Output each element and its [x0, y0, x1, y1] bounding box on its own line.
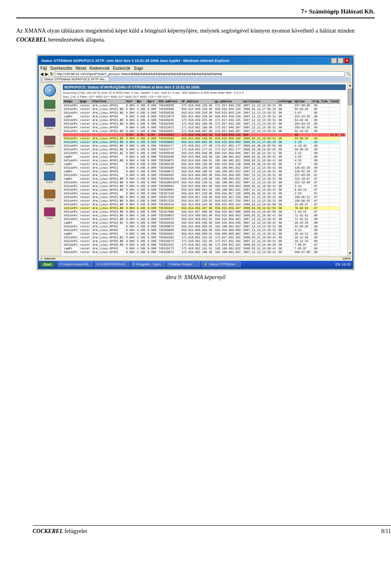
table-row[interactable]: iamPxrouterArm_Linux.KP4250.0044.1050.06… — [63, 170, 346, 173]
table-cell: 08 — [277, 236, 293, 239]
table-cell: 1-03:53 — [294, 210, 312, 214]
table-cell: 08 — [277, 107, 293, 111]
sidebar-icon-4[interactable]: Nyomtat — [42, 154, 58, 168]
table-cell: 192.180.001.022 — [214, 225, 242, 228]
table-row[interactable]: G4IsdnPxrouterArm_Linux.KP4250.0044.1050… — [63, 228, 346, 232]
table-cell: 0.060 — [147, 214, 158, 217]
table-cell: 0.060 — [147, 111, 158, 115]
table-row[interactable]: G4IsdnPxrouterArm_Linux.KP4250.0044.1050… — [63, 126, 346, 129]
table-row[interactable]: G4IsdnPxrouterArm_Linux.KP421-B00.0044.1… — [63, 206, 346, 210]
table-row[interactable]: G4IsdnPxrouterArm_Linux.KP4250.0044.1050… — [63, 250, 346, 254]
tab-item[interactable]: Status OTPDMnet NOPKPOCS XFTP Mo... — [42, 77, 109, 81]
table-cell: 735360130 — [158, 162, 181, 166]
table-row[interactable]: G4IsdnPxrouterArm_Linux.KP421-B00.0044.1… — [63, 122, 346, 126]
table-cell: 2006_03_31_16:56:41 — [242, 155, 278, 159]
refresh-button[interactable]: ↻ — [50, 72, 53, 76]
table-row[interactable]: G4IsdnPxrouterArm_Linux.KP421-B00.0024.1… — [63, 129, 346, 133]
table-row[interactable]: G4IsdnPxrouterArm_Linux.KP421-B00.0044.1… — [63, 184, 346, 188]
table-cell: 0.060 — [147, 188, 158, 192]
table-cell: 4.105 — [136, 122, 147, 126]
table-row[interactable]: G4IsdnPxrouterArm_Linux.KP421-B00.0044.1… — [63, 210, 346, 214]
table-row[interactable]: G4IsdnPxrouterArm_Linux.KP421-B00.0044.1… — [63, 188, 346, 192]
table-row[interactable]: G4IsdnPxrouterArm_Linux.KP421-B00.0044.1… — [63, 181, 346, 184]
table-row[interactable]: G4IsdnPxrouterArm_Linux.KP421-B00.0044.1… — [63, 159, 346, 162]
table-row[interactable]: G4IsdnPxrouterArm_Linux.KP421-B00.0044.1… — [63, 137, 346, 140]
menu-nezet[interactable]: Nézet — [76, 66, 86, 70]
table-cell: .07 — [311, 210, 329, 214]
table-cell: 08 — [277, 177, 293, 181]
scroll-down[interactable]: ▼ — [348, 251, 353, 256]
table-row[interactable]: G4IsdnPxrouterArm_Linux.KP421-B00.0044.1… — [63, 217, 346, 221]
sidebar-icon-6[interactable]: Hálózat — [42, 189, 58, 204]
scroll-thumb[interactable] — [348, 89, 352, 105]
taskbar-item[interactable]: Ⅱ Adobe Reader - ... — [167, 262, 200, 267]
forward-button[interactable]: ▶ — [45, 72, 48, 76]
table-row[interactable]: G4IsdnPxrouterArm_Linux.KP421-B00.0044.1… — [63, 111, 346, 115]
table-row[interactable]: iamPxrouterArm_Linux.KP4210.0044.1050.06… — [63, 232, 346, 236]
go-button[interactable]: 🔍 — [346, 72, 351, 76]
sidebar-icon-1[interactable]: Visszalépés — [42, 100, 58, 115]
sidebar-icon-3[interactable]: Lekérdez — [42, 136, 58, 150]
table-cell: 192.180.001.022 — [214, 247, 242, 250]
table-cell: 15-09:37 — [294, 203, 312, 206]
table-row[interactable]: G4IsdnPxrouterArm_Linux.KP421-B00.0044.1… — [63, 107, 346, 111]
table-row[interactable]: G4IsdnPxrouterArm_Linux.KP421-B00.0044.1… — [63, 214, 346, 217]
table-row[interactable]: G4IsdnPxrouterArm_Linux.KP421-B00.0044.1… — [63, 118, 346, 122]
table-row[interactable]: 0.044.050.06745342202171.018.049.228.401… — [63, 133, 346, 137]
table-cell: router — [79, 111, 92, 115]
table-row[interactable]: G4IsdnPxrouterArm_Linux.KP421-B00.0044.1… — [63, 144, 346, 148]
table-row[interactable]: iamPxrouterArm_Linux.KP4210.0044.1050.06… — [63, 162, 346, 166]
table-row[interactable]: G4IsdnPxrouterArm_Linux.KP421-B00.0044.1… — [63, 195, 346, 199]
table-cell: router — [79, 243, 92, 247]
table-cell: 010.014.059.048.60 — [180, 151, 214, 155]
table-cell — [329, 184, 340, 188]
table-row[interactable]: G4IsdnPxrouterArm_Linux.KP4210.0044.1050… — [63, 166, 346, 170]
table-cell: 2:56 — [294, 192, 312, 195]
menu-kedv[interactable]: Kedvencek — [90, 66, 110, 70]
taskbar-item[interactable]: ⚡ Status OTPDMnet ... — [202, 262, 241, 267]
sidebar-icon-2[interactable]: Állapot — [42, 118, 58, 132]
table-row[interactable]: G4IsdnPxrouterArm_Linux.KP425-B00.0024.1… — [63, 243, 346, 247]
taskbar-item[interactable]: D:\mydocs\vaas\ofti... — [58, 262, 93, 267]
scrollbar[interactable]: ▲ ▼ — [347, 83, 352, 256]
table-row[interactable]: G4IsdnPxrouterArm_Linux.KP4210.0044.1050… — [63, 104, 346, 107]
table-row[interactable]: G4IsdnPxrouterArm_Linux.KP421-B10.0044.1… — [63, 236, 346, 239]
menu-fajl[interactable]: Fájl — [40, 66, 47, 70]
taskbar-item[interactable]: G:\USER\GREGUS... — [94, 262, 130, 267]
table-row[interactable]: G4IsdnPxrouterArm_Linux.KP421-B00.0044.1… — [63, 199, 346, 203]
maximize-button[interactable]: □ — [338, 58, 343, 64]
table-row[interactable]: iamPxrouterArm_Linux.KP4250.0024.1050.06… — [63, 115, 346, 118]
sidebar-icon-7[interactable]: Skype — [42, 207, 58, 222]
start-button[interactable]: Start — [40, 262, 55, 267]
table-row[interactable]: G4IsdnPxrouterArm_Linux.KP425-B00.0044.1… — [63, 239, 346, 243]
table-row[interactable]: G4IsdnPxrouterArm_Linux.KP4210.0044.1050… — [63, 225, 346, 228]
table-row[interactable]: G4IsdnPxrouterArm_Linux.KP421-B10.0024.1… — [63, 151, 346, 155]
back-button[interactable]: ◀ — [40, 72, 44, 76]
table-row[interactable]: G4IsdnPxrouterArm_Linux.KP4210.0044.1050… — [63, 173, 346, 177]
table-row[interactable]: iamPxrouterArm_Linux.KP421-B00.0044.1050… — [63, 177, 346, 181]
address-bar[interactable] — [55, 71, 345, 77]
table-cell: 010.014.059.229.60 — [180, 107, 214, 111]
table-cell: 745342202 — [158, 133, 181, 137]
menu-sugo[interactable]: Súgó — [134, 66, 143, 70]
table-row[interactable]: G4IsdnPxrouterArm_Linux.KP421-B00.0044.1… — [63, 148, 346, 151]
table-cell: 08 — [277, 214, 293, 217]
menu-esz[interactable]: Eszközök — [113, 66, 130, 70]
table-cell: 172.019.052.177.61 — [180, 148, 214, 151]
table-cell: 0.004 — [125, 232, 136, 236]
table-cell: 172.017.049.207 — [214, 129, 242, 133]
sidebar-icon-5[interactable]: Beállít — [42, 172, 58, 186]
table-row[interactable]: G4IsdnPxrouterArm_Linux.KP421-B00.0044.1… — [63, 140, 346, 144]
menu-szerk[interactable]: Szerkesztés — [50, 66, 72, 70]
table-row[interactable]: G4IsdnPxrouterArm_Linux.KP4210.0044.1050… — [63, 192, 346, 195]
table-row[interactable]: iamPxrouterArm_Linux.KP421-B10.0044.1050… — [63, 221, 346, 225]
close-button[interactable]: ✕ — [344, 58, 350, 64]
table-row[interactable]: G4IsdnPxrouterArm_Linux.KP421-B00.0044.1… — [63, 203, 346, 206]
minimize-button[interactable]: _ — [331, 58, 337, 64]
tab-bar: Status OTPDMnet NOPKPOCS XFTP Mo... — [40, 77, 351, 81]
table-row[interactable]: iamPxrouterArm_Linux.KP4250.0044.1050.06… — [63, 247, 346, 250]
scroll-up[interactable]: ▲ — [348, 83, 353, 88]
taskbar-item[interactable]: Ⅱ felügyelet - Open... — [131, 262, 165, 267]
table-cell: .05 — [311, 104, 329, 107]
table-row[interactable]: iamPxrouterArm_Linux.KP4210.0044.1050.06… — [63, 155, 346, 159]
